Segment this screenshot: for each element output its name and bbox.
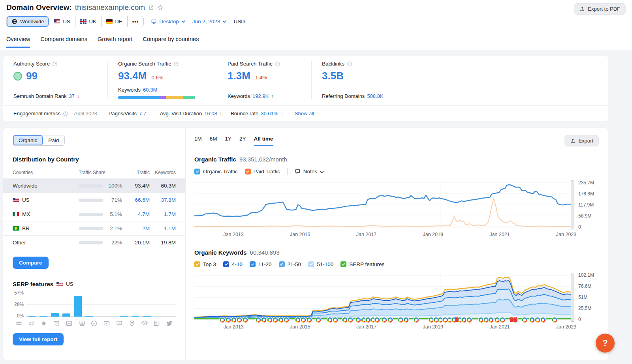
serp-bar-knowledge-panel[interactable]: [143, 316, 151, 317]
serp-chart-plot[interactable]: [26, 292, 176, 317]
google-update-marker[interactable]: [295, 317, 301, 323]
serp-bar-faq[interactable]: [120, 316, 128, 317]
range-2y[interactable]: 2Y: [239, 136, 246, 146]
date-dropdown[interactable]: Jun 2, 2023: [192, 19, 227, 24]
serp-bar-reviews[interactable]: [51, 313, 59, 317]
country-row-worldwide[interactable]: Worldwide100%93.4M60.3M: [3, 178, 185, 193]
google-update-marker[interactable]: [284, 317, 289, 323]
tab-compare-by-countries[interactable]: Compare by countries: [143, 36, 199, 48]
serp-features-chart[interactable]: 57%28%0% ?: [13, 292, 176, 327]
chart-scrollbar[interactable]: [571, 273, 574, 322]
google-update-marker[interactable]: [398, 317, 403, 323]
serp-bar-image[interactable]: [74, 296, 82, 317]
google-update-marker[interactable]: [342, 317, 348, 323]
note-flag-marker[interactable]: [514, 317, 517, 322]
google-update-marker[interactable]: [522, 317, 527, 323]
google-update-marker[interactable]: [375, 317, 380, 323]
google-update-marker[interactable]: [541, 317, 546, 323]
keywords-cell[interactable]: 1.7M: [150, 211, 176, 217]
google-update-marker[interactable]: [356, 317, 361, 323]
country-row-us[interactable]: US71%66.6M37.8M: [3, 193, 185, 207]
google-update-marker[interactable]: [483, 317, 489, 323]
info-icon[interactable]: [275, 61, 280, 67]
location-chip-us[interactable]: US: [49, 16, 75, 27]
country-row-br[interactable]: BR2.1%2M1.1M: [3, 221, 185, 235]
legend-51-100[interactable]: 51-100: [308, 261, 333, 267]
info-icon[interactable]: [63, 111, 68, 116]
engagement-item-value[interactable]: 7.7: [139, 111, 146, 116]
more-locations-button[interactable]: •••: [128, 16, 144, 27]
help-button[interactable]: ?: [596, 334, 615, 353]
google-update-marker[interactable]: [462, 317, 467, 323]
domain-rank-value[interactable]: 37: [69, 93, 74, 99]
organic-traffic-plot[interactable]: [194, 180, 571, 229]
organic-keywords-plot[interactable]: [194, 273, 571, 322]
view-full-report-button[interactable]: View full report: [13, 333, 64, 345]
tab-growth-report[interactable]: Growth report: [98, 36, 133, 48]
legend-paid-traffic[interactable]: Paid Traffic: [245, 169, 280, 174]
serp-bar-local-pack[interactable]: [132, 316, 139, 317]
chart-scrollbar[interactable]: [571, 180, 574, 229]
tab-compare-domains[interactable]: Compare domains: [40, 36, 87, 48]
keywords-cell[interactable]: 37.8M: [150, 197, 176, 203]
google-update-marker[interactable]: [267, 317, 272, 323]
compare-button[interactable]: Compare: [13, 257, 49, 269]
export-button[interactable]: Export: [564, 135, 599, 146]
google-update-marker[interactable]: [273, 317, 278, 323]
legend-organic-traffic[interactable]: Organic Traffic: [194, 169, 238, 174]
google-update-marker[interactable]: [488, 317, 493, 323]
google-update-marker[interactable]: [220, 317, 225, 323]
legend-top-3[interactable]: Top 3: [194, 261, 216, 267]
serp-bar-featured-snippet[interactable]: [28, 316, 36, 317]
traffic-cell[interactable]: 4.7M: [124, 211, 150, 217]
location-chip-de[interactable]: DE: [102, 16, 128, 27]
engagement-item-value[interactable]: 30.61%: [261, 111, 278, 116]
legend-21-50[interactable]: 21-50: [279, 261, 301, 267]
location-chip-worldwide[interactable]: Worldwide: [7, 16, 49, 27]
serp-bar-image-pack[interactable]: [85, 316, 93, 317]
google-update-marker[interactable]: [327, 317, 333, 323]
toggle-organic[interactable]: Organic: [13, 135, 43, 145]
google-update-marker[interactable]: [529, 317, 534, 323]
google-update-marker[interactable]: [237, 317, 242, 323]
google-update-marker[interactable]: [479, 317, 484, 323]
note-flag-marker[interactable]: [510, 317, 514, 322]
google-update-marker[interactable]: [231, 317, 237, 323]
google-update-marker[interactable]: [466, 317, 472, 323]
backlinks-value[interactable]: 3.5B: [322, 70, 344, 82]
engagement-item-value[interactable]: 16:08: [204, 111, 217, 116]
google-update-marker[interactable]: [226, 317, 231, 323]
google-update-marker[interactable]: [414, 317, 419, 323]
legend-4-10[interactable]: 4-10: [223, 261, 243, 267]
google-update-marker[interactable]: [261, 317, 267, 323]
external-link-icon[interactable]: [148, 5, 154, 11]
favorite-star-icon[interactable]: [157, 4, 164, 11]
traffic-cell[interactable]: 2M: [124, 225, 150, 231]
google-update-marker[interactable]: [500, 317, 505, 323]
google-update-marker[interactable]: [307, 317, 312, 323]
serp-bar-sitelinks[interactable]: [62, 313, 70, 317]
legend-11-20[interactable]: 11-20: [250, 261, 272, 267]
google-update-marker[interactable]: [387, 317, 393, 323]
device-dropdown[interactable]: Desktop: [151, 19, 185, 24]
paid-keywords-value[interactable]: 192.9K: [252, 93, 269, 99]
export-to-pdf-button[interactable]: Export to PDF: [574, 3, 626, 15]
google-update-marker[interactable]: [333, 317, 338, 323]
google-update-marker[interactable]: [495, 317, 500, 323]
google-update-marker[interactable]: [535, 317, 540, 323]
range-1m[interactable]: 1M: [194, 136, 202, 146]
note-flag-marker[interactable]: [455, 317, 459, 322]
legend-serp-features[interactable]: SERP features: [340, 261, 384, 267]
location-chip-uk[interactable]: UK: [75, 16, 102, 27]
google-update-marker[interactable]: [278, 317, 284, 323]
google-update-marker[interactable]: [552, 317, 557, 323]
google-update-marker[interactable]: [256, 317, 261, 323]
toggle-paid[interactable]: Paid: [43, 135, 64, 145]
google-update-marker[interactable]: [348, 317, 353, 323]
info-icon[interactable]: [173, 61, 179, 67]
range-6m[interactable]: 6M: [210, 136, 217, 146]
country-row-mx[interactable]: MX5.1%4.7M1.7M: [3, 207, 185, 221]
paid-traffic-value[interactable]: 1.3M: [228, 70, 250, 82]
organic-traffic-value[interactable]: 93.4M: [118, 70, 147, 82]
google-update-marker[interactable]: [403, 317, 408, 323]
